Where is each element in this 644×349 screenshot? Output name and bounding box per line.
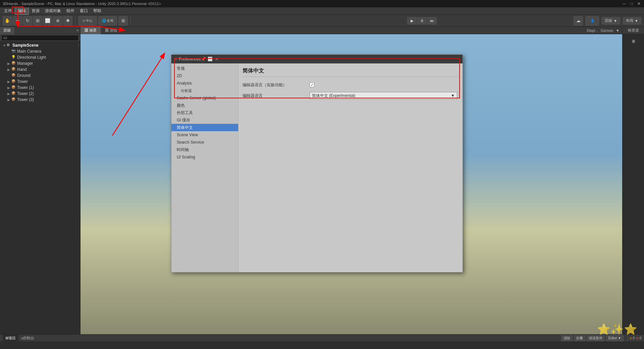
cloud-button[interactable]: ☁ — [574, 16, 583, 26]
tree-item-ground[interactable]: ▶ 📦 Ground — [0, 72, 80, 79]
sidebar-item-analyzer[interactable]: 分析器 — [171, 87, 238, 94]
dialog-title-bar: ☆ Preferences 📌 ⬜ ✕ — [171, 55, 463, 63]
collapse-button[interactable]: 折叠 — [574, 335, 585, 341]
inspector-tab[interactable]: 检查器 — [622, 27, 644, 34]
rect-tool[interactable]: ⬜ — [43, 16, 52, 26]
error-pause-button[interactable]: 错误暂停 — [587, 335, 605, 341]
menu-assets[interactable]: 资源 — [29, 7, 42, 14]
sidebar-item-ui-scaling[interactable]: UI Scaling — [171, 153, 238, 161]
rotate-tool[interactable]: ↻ — [23, 16, 32, 26]
manager-arrow: ▶ — [7, 62, 11, 65]
tree-item-main-camera[interactable]: ▶ 📷 Main Camera — [0, 48, 80, 54]
scene-options[interactable]: ⋮ — [77, 44, 80, 47]
sidebar-item-2d[interactable]: 2D — [171, 72, 238, 80]
main-layout: ▼ ⊞ SampleScene ⋮ ▶ 📷 Main Camera ▶ 💡 Di… — [0, 34, 644, 334]
separator1 — [75, 17, 75, 25]
sidebar-item-external-tools[interactable]: 外部工具 — [171, 109, 238, 116]
dialog-pin-btn[interactable]: 📌 — [201, 56, 206, 62]
dialog-expand-btn[interactable]: ⬜ — [207, 56, 213, 62]
sidebar-item-gi-cache[interactable]: GI 缓存 — [171, 116, 238, 124]
clear-button[interactable]: 清除 — [561, 335, 573, 341]
menu-file[interactable]: 文件 — [1, 7, 15, 14]
tree-item-samplescene[interactable]: ▼ ⊞ SampleScene ⋮ — [0, 42, 80, 48]
move-tool[interactable]: ✛ — [13, 16, 22, 26]
tree-item-hand[interactable]: ▶ 📦 Hand — [0, 66, 80, 72]
manager-icon: 📦 — [11, 61, 16, 66]
hierarchy-add-btn[interactable]: + — [75, 28, 80, 33]
editor-language-exp-checkbox[interactable]: ✓ — [310, 83, 314, 87]
menu-gameobject[interactable]: 游戏对象 — [42, 7, 64, 14]
camera-icon: 📷 — [11, 49, 16, 54]
light-icon: 💡 — [11, 55, 16, 60]
error-icon: ⊗ — [636, 336, 639, 340]
pause-button[interactable]: ⏸ — [417, 17, 427, 24]
scene-tab[interactable]: ☰ 场景 — [80, 27, 101, 34]
menu-component[interactable]: 组件 — [64, 7, 77, 14]
tower3-arrow: ▶ — [7, 98, 11, 102]
scene-tab-bar: ☰ 场景 ☰ 游戏 Displ... Gizmos ▼ — [80, 27, 622, 34]
bottom-tab-project[interactable]: ⊞ 项目 — [3, 335, 18, 342]
tree-item-tower3[interactable]: ▶ 📦 Tower (3) — [0, 97, 80, 103]
close-button[interactable]: ✕ — [637, 1, 641, 6]
menu-edit[interactable]: 编辑 — [15, 7, 29, 15]
sidebar-item-simplified-chinese[interactable]: 简体中文 — [171, 124, 238, 131]
sidebar-item-colors[interactable]: 颜色 — [171, 102, 238, 109]
scale-tool[interactable]: ⊞ — [33, 16, 42, 26]
hand-tool[interactable]: ✋ — [3, 16, 12, 26]
tree-item-tower[interactable]: ▶ 📦 Tower — [0, 79, 80, 85]
transform-tool[interactable]: ⊕ — [53, 16, 62, 26]
account-button[interactable]: 👤 — [586, 16, 599, 26]
tree-item-directional-light[interactable]: ▶ 💡 Directional Light — [0, 54, 80, 60]
warning-icon: ⚠ — [629, 336, 632, 340]
menu-help[interactable]: 帮助 — [91, 7, 104, 14]
sidebar-item-search-service[interactable]: Search Service — [171, 139, 238, 146]
dropdown-arrow-icon: ▼ — [451, 93, 455, 98]
maximize-button[interactable]: □ — [629, 1, 634, 6]
tree-item-manager[interactable]: ▶ 📦 Manager — [0, 60, 80, 66]
center-toggle[interactable]: ⊙ 中心 — [78, 16, 97, 26]
game-tab[interactable]: ☰ 游戏 — [101, 27, 121, 34]
title-bar: 3DHands - SampleScene - PC, Mac & Linux … — [0, 0, 644, 7]
dialog-row-editor-language: 编辑器语言 简体中文 (Experimental) ▼ — [243, 92, 459, 100]
menu-window[interactable]: 窗口 — [77, 7, 91, 14]
tower2-arrow: ▶ — [7, 92, 11, 96]
sidebar-item-analysis[interactable]: Analysis — [171, 80, 238, 87]
sidebar-item-scene-view[interactable]: Scene View — [171, 131, 238, 139]
editor-dropdown[interactable]: Editor▼ — [606, 335, 624, 341]
separator2 — [130, 17, 131, 25]
no-arrow: ▶ — [7, 50, 11, 53]
play-button[interactable]: ▶ — [407, 17, 417, 24]
right-panel: 检查器 — [622, 34, 644, 334]
tree-item-tower2[interactable]: ▶ 📦 Tower (2) — [0, 91, 80, 97]
custom-tool[interactable]: ✱ — [63, 16, 72, 26]
tower1-arrow: ▶ — [7, 86, 11, 90]
ground-label: Ground — [17, 73, 31, 78]
sidebar-item-timeline[interactable]: 时间轴 — [171, 146, 238, 153]
layers-dropdown[interactable]: 层级▼ — [602, 17, 620, 24]
display-label: Displ... — [587, 29, 598, 33]
hierarchy-tab-bar: 层级 + — [0, 27, 80, 34]
console-tab-label: 控制台 — [23, 336, 34, 341]
gizmos-dropdown[interactable]: ▼ — [616, 29, 620, 33]
project-tab-icon: ⊞ — [5, 336, 8, 340]
menu-bar: 文件 编辑 资源 游戏对象 组件 窗口 帮助 — [0, 7, 644, 15]
step-button[interactable]: ⏭ — [427, 17, 437, 24]
minimize-button[interactable]: ─ — [622, 1, 627, 6]
editor-language-exp-label: 编辑器语言（实验功能） — [243, 82, 310, 88]
hierarchy-search-input[interactable] — [1, 35, 79, 41]
scene-controls: Displ... Gizmos ▼ — [587, 29, 622, 33]
hierarchy-tab[interactable]: 层级 — [0, 27, 14, 34]
global-toggle[interactable]: 🌐 全局 — [98, 16, 117, 26]
sidebar-item-cache[interactable]: Cache Server (global) — [171, 94, 238, 102]
dialog-close-btn[interactable]: ✕ — [214, 56, 219, 62]
snap-btn[interactable]: ⊞ — [118, 16, 128, 26]
layout-dropdown[interactable]: 布局▼ — [623, 17, 641, 24]
tower-icon: 📦 — [11, 79, 16, 84]
bottom-tab-console[interactable]: ≡ 控制台 — [18, 335, 37, 342]
warning-count: 0 — [633, 336, 635, 340]
console-controls: 清除 折叠 错误暂停 Editor▼ ⚠ 0 ⊗ 0 — [561, 335, 641, 341]
editor-language-dropdown[interactable]: 简体中文 (Experimental) ▼ — [310, 92, 457, 99]
sidebar-item-general[interactable]: 常规 — [171, 65, 238, 72]
editor-language-label: 编辑器语言 — [243, 93, 310, 99]
tree-item-tower1[interactable]: ▶ 📦 Tower (1) — [0, 85, 80, 91]
